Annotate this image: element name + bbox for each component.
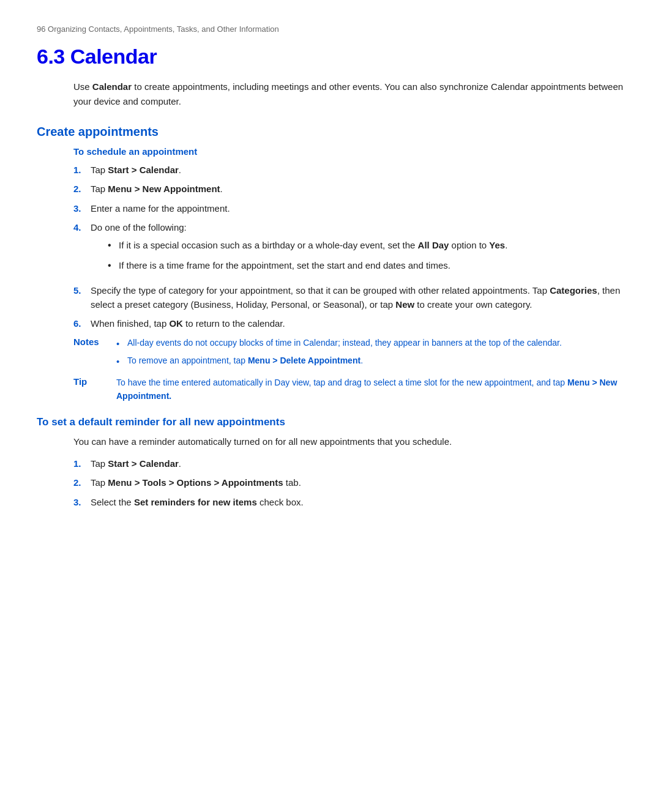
note-bullet-1: • bbox=[116, 337, 127, 351]
step-3-num: 3. bbox=[73, 201, 91, 215]
notes-label: Notes bbox=[73, 337, 116, 347]
step-4-sub-1: • If it is a special occasion such as a … bbox=[108, 238, 507, 253]
reminder-step-3-content: Select the Set reminders for new items c… bbox=[91, 495, 304, 509]
step-4-sub-2-text: If there is a time frame for the appoint… bbox=[119, 258, 450, 272]
notes-content: • All-day events do not occupy blocks of… bbox=[116, 337, 624, 371]
step-3: 3. Enter a name for the appointment. bbox=[73, 201, 624, 215]
schedule-steps-list: 1. Tap Start > Calendar. 2. Tap Menu > N… bbox=[73, 163, 624, 330]
subsection-title-schedule: To schedule an appointment bbox=[73, 146, 624, 157]
step-5-num: 5. bbox=[73, 283, 91, 297]
note-2-text: To remove an appointment, tap Menu > Del… bbox=[127, 354, 363, 368]
reminder-body-text: You can have a reminder automatically tu… bbox=[73, 434, 624, 449]
step-4-subitems: • If it is a special occasion such as a … bbox=[108, 238, 507, 274]
reminder-step-3: 3. Select the Set reminders for new item… bbox=[73, 495, 624, 509]
step-2-num: 2. bbox=[73, 182, 91, 196]
bullet-1: • bbox=[108, 238, 119, 253]
tip-row: Tip To have the time entered automatical… bbox=[73, 376, 624, 403]
page-header: 96 Organizing Contacts, Appointments, Ta… bbox=[37, 24, 624, 34]
step-6: 6. When finished, tap OK to return to th… bbox=[73, 316, 624, 330]
step-4: 4. Do one of the following: • If it is a… bbox=[73, 220, 624, 278]
section-title-create: Create appointments bbox=[37, 125, 624, 139]
note-1-text: All-day events do not occupy blocks of t… bbox=[127, 337, 562, 350]
step-4-sub-1-text: If it is a special occasion such as a bi… bbox=[119, 238, 507, 252]
section-default-reminder: To set a default reminder for all new ap… bbox=[37, 416, 624, 509]
calendar-bold: Calendar bbox=[92, 81, 132, 92]
reminder-step-1-num: 1. bbox=[73, 456, 91, 471]
step-5-content: Specify the type of category for your ap… bbox=[91, 283, 624, 312]
step-1: 1. Tap Start > Calendar. bbox=[73, 163, 624, 177]
reminder-step-1: 1. Tap Start > Calendar. bbox=[73, 456, 624, 471]
note-1: • All-day events do not occupy blocks of… bbox=[116, 337, 624, 351]
reminder-step-3-num: 3. bbox=[73, 495, 91, 509]
intro-paragraph: Use Calendar to create appointments, inc… bbox=[73, 80, 624, 109]
notes-section: Notes • All-day events do not occupy blo… bbox=[73, 337, 624, 403]
step-2: 2. Tap Menu > New Appointment. bbox=[73, 182, 624, 196]
bullet-2: • bbox=[108, 258, 119, 274]
reminder-steps-list: 1. Tap Start > Calendar. 2. Tap Menu > T… bbox=[73, 456, 624, 509]
subsection-schedule: To schedule an appointment 1. Tap Start … bbox=[37, 146, 624, 403]
step-2-content: Tap Menu > New Appointment. bbox=[91, 182, 223, 196]
step-1-content: Tap Start > Calendar. bbox=[91, 163, 181, 177]
notes-row: Notes • All-day events do not occupy blo… bbox=[73, 337, 624, 371]
reminder-step-2-num: 2. bbox=[73, 475, 91, 490]
note-2: • To remove an appointment, tap Menu > D… bbox=[116, 354, 624, 368]
reminder-step-1-content: Tap Start > Calendar. bbox=[91, 456, 181, 471]
section-create-appointments: Create appointments To schedule an appoi… bbox=[37, 125, 624, 403]
reminder-step-2-content: Tap Menu > Tools > Options > Appointment… bbox=[91, 475, 301, 490]
step-6-num: 6. bbox=[73, 316, 91, 330]
step-6-content: When finished, tap OK to return to the c… bbox=[91, 316, 285, 330]
chapter-title: 6.3 Calendar bbox=[37, 45, 624, 69]
tip-label: Tip bbox=[73, 376, 116, 387]
step-4-num: 4. bbox=[73, 220, 91, 234]
tip-content: To have the time entered automatically i… bbox=[116, 376, 624, 403]
step-5: 5. Specify the type of category for your… bbox=[73, 283, 624, 312]
step-4-sub-2: • If there is a time frame for the appoi… bbox=[108, 258, 507, 274]
subsection-title-reminder: To set a default reminder for all new ap… bbox=[37, 416, 624, 428]
step-4-content: Do one of the following: • If it is a sp… bbox=[91, 220, 507, 278]
step-1-num: 1. bbox=[73, 163, 91, 177]
step-3-content: Enter a name for the appointment. bbox=[91, 201, 230, 215]
note-bullet-2: • bbox=[116, 354, 127, 368]
reminder-step-2: 2. Tap Menu > Tools > Options > Appointm… bbox=[73, 475, 624, 490]
